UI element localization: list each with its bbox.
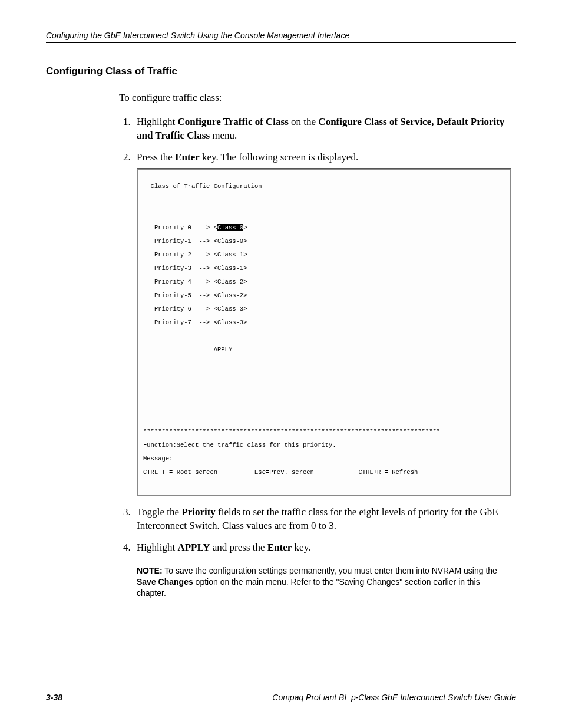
- priority-1-row[interactable]: Priority-1 --> <Class-0>: [140, 238, 508, 245]
- console-footer: CTRL+T = Root screen Esc=Prev. screen CT…: [140, 469, 508, 476]
- priority-4-row[interactable]: Priority-4 --> <Class-2>: [140, 279, 508, 286]
- priority-2-row[interactable]: Priority-2 --> <Class-1>: [140, 252, 508, 259]
- priority-0-post: >: [243, 224, 247, 231]
- priority-0-row: Priority-0 --> <Class-0>: [140, 225, 508, 232]
- console-blank5: [140, 388, 508, 395]
- step-1-mid: on the: [289, 116, 319, 127]
- console-blank7: [140, 415, 508, 422]
- console-blank6: [140, 401, 508, 409]
- console-blank3: [140, 361, 508, 368]
- step-1-pre: Highlight: [137, 116, 177, 127]
- step-1-b1: Configure Traffic of Class: [177, 116, 288, 127]
- running-header: Configuring the GbE Interconnect Switch …: [46, 31, 516, 43]
- body-block: To configure traffic class: Highlight Co…: [119, 91, 511, 598]
- step-2: Press the Enter key. The following scree…: [133, 151, 511, 496]
- step-3-b1: Priority: [181, 506, 216, 518]
- step-4-post: key.: [292, 542, 310, 553]
- apply-row[interactable]: APPLY: [140, 347, 508, 354]
- step-2-pre: Press the: [137, 151, 175, 163]
- priority-6-row[interactable]: Priority-6 --> <Class-3>: [140, 306, 508, 313]
- page: Configuring the GbE Interconnect Switch …: [0, 0, 562, 728]
- step-4-pre: Highlight: [137, 542, 177, 553]
- step-3: Toggle the Priority fields to set the tr…: [133, 506, 511, 533]
- console-function: Function:Select the traffic class for th…: [140, 442, 508, 449]
- priority-0-selected[interactable]: Class-0: [217, 224, 243, 231]
- console-rule: ----------------------------------------…: [140, 197, 508, 204]
- note-lead: NOTE:: [137, 566, 163, 575]
- steps-list: Highlight Configure Traffic of Class on …: [119, 116, 511, 598]
- note-block: NOTE: To save the configuration settings…: [137, 565, 511, 599]
- footer-title: Compaq ProLiant BL p-Class GbE Interconn…: [272, 693, 516, 702]
- priority-7-row[interactable]: Priority-7 --> <Class-3>: [140, 319, 508, 327]
- console-title: Class of Traffic Configuration: [140, 183, 508, 190]
- console-blank2: [140, 333, 508, 340]
- console-blank4: [140, 374, 508, 381]
- note-bold: Save Changes: [137, 577, 193, 587]
- step-4-mid: and press the: [210, 542, 267, 553]
- step-3-pre: Toggle the: [137, 506, 181, 518]
- note-body-a: To save the configuration settings perma…: [163, 566, 497, 575]
- intro-text: To configure traffic class:: [119, 91, 511, 105]
- priority-0-pre: Priority-0 --> <: [143, 224, 217, 231]
- console-screenshot: Class of Traffic Configuration ---------…: [137, 168, 511, 496]
- console-message: Message:: [140, 456, 508, 463]
- priority-5-row[interactable]: Priority-5 --> <Class-2>: [140, 292, 508, 299]
- page-number: 3-38: [46, 693, 62, 702]
- step-4: Highlight APPLY and press the Enter key.…: [133, 541, 511, 599]
- section-title: Configuring Class of Traffic: [46, 65, 516, 77]
- priority-3-row[interactable]: Priority-3 --> <Class-1>: [140, 265, 508, 272]
- step-2-post: key. The following screen is displayed.: [200, 151, 359, 163]
- page-footer: 3-38 Compaq ProLiant BL p-Class GbE Inte…: [46, 689, 516, 702]
- console-stars: ****************************************…: [140, 429, 508, 436]
- step-4-b2: Enter: [267, 542, 292, 553]
- step-1-post: menu.: [210, 130, 237, 141]
- step-1: Highlight Configure Traffic of Class on …: [133, 116, 511, 143]
- step-4-b1: APPLY: [177, 542, 210, 553]
- step-2-b1: Enter: [175, 151, 200, 163]
- console-blank: [140, 210, 508, 218]
